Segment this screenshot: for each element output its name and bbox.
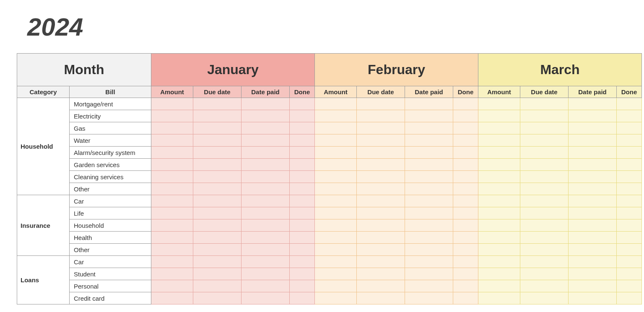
data-cell[interactable] — [617, 195, 642, 207]
data-cell[interactable] — [193, 159, 242, 171]
data-cell[interactable] — [520, 256, 569, 268]
data-cell[interactable] — [151, 171, 193, 183]
data-cell[interactable] — [405, 219, 453, 232]
data-cell[interactable] — [405, 134, 453, 147]
data-cell[interactable] — [242, 110, 290, 122]
data-cell[interactable] — [193, 122, 242, 134]
data-cell[interactable] — [569, 268, 617, 280]
data-cell[interactable] — [405, 183, 453, 195]
data-cell[interactable] — [405, 147, 453, 159]
data-cell[interactable] — [290, 183, 315, 195]
data-cell[interactable] — [151, 207, 193, 219]
data-cell[interactable] — [315, 219, 357, 232]
data-cell[interactable] — [290, 292, 315, 304]
data-cell[interactable] — [315, 122, 357, 134]
data-cell[interactable] — [478, 207, 520, 219]
data-cell[interactable] — [453, 183, 478, 195]
data-cell[interactable] — [193, 147, 242, 159]
data-cell[interactable] — [520, 147, 569, 159]
data-cell[interactable] — [242, 98, 290, 110]
data-cell[interactable] — [290, 171, 315, 183]
data-cell[interactable] — [357, 268, 405, 280]
data-cell[interactable] — [242, 292, 290, 304]
data-cell[interactable] — [242, 195, 290, 207]
data-cell[interactable] — [520, 207, 569, 219]
data-cell[interactable] — [290, 268, 315, 280]
data-cell[interactable] — [617, 280, 642, 292]
data-cell[interactable] — [315, 244, 357, 256]
data-cell[interactable] — [193, 280, 242, 292]
data-cell[interactable] — [453, 134, 478, 147]
data-cell[interactable] — [357, 232, 405, 244]
data-cell[interactable] — [290, 147, 315, 159]
data-cell[interactable] — [520, 268, 569, 280]
data-cell[interactable] — [478, 147, 520, 159]
data-cell[interactable] — [569, 219, 617, 232]
data-cell[interactable] — [405, 268, 453, 280]
data-cell[interactable] — [569, 195, 617, 207]
data-cell[interactable] — [478, 195, 520, 207]
data-cell[interactable] — [453, 280, 478, 292]
data-cell[interactable] — [405, 98, 453, 110]
data-cell[interactable] — [242, 280, 290, 292]
data-cell[interactable] — [453, 110, 478, 122]
data-cell[interactable] — [357, 256, 405, 268]
data-cell[interactable] — [478, 232, 520, 244]
data-cell[interactable] — [290, 232, 315, 244]
data-cell[interactable] — [290, 195, 315, 207]
data-cell[interactable] — [453, 122, 478, 134]
data-cell[interactable] — [193, 268, 242, 280]
data-cell[interactable] — [478, 280, 520, 292]
data-cell[interactable] — [453, 256, 478, 268]
data-cell[interactable] — [315, 110, 357, 122]
data-cell[interactable] — [405, 292, 453, 304]
data-cell[interactable] — [315, 159, 357, 171]
data-cell[interactable] — [357, 134, 405, 147]
data-cell[interactable] — [520, 219, 569, 232]
data-cell[interactable] — [520, 244, 569, 256]
data-cell[interactable] — [151, 256, 193, 268]
data-cell[interactable] — [315, 195, 357, 207]
data-cell[interactable] — [242, 159, 290, 171]
data-cell[interactable] — [193, 110, 242, 122]
data-cell[interactable] — [478, 159, 520, 171]
data-cell[interactable] — [617, 98, 642, 110]
data-cell[interactable] — [405, 195, 453, 207]
data-cell[interactable] — [151, 232, 193, 244]
data-cell[interactable] — [357, 207, 405, 219]
data-cell[interactable] — [193, 134, 242, 147]
data-cell[interactable] — [357, 171, 405, 183]
data-cell[interactable] — [453, 195, 478, 207]
data-cell[interactable] — [242, 183, 290, 195]
data-cell[interactable] — [569, 292, 617, 304]
data-cell[interactable] — [151, 122, 193, 134]
data-cell[interactable] — [193, 219, 242, 232]
data-cell[interactable] — [569, 171, 617, 183]
data-cell[interactable] — [242, 232, 290, 244]
data-cell[interactable] — [405, 171, 453, 183]
data-cell[interactable] — [242, 122, 290, 134]
data-cell[interactable] — [315, 147, 357, 159]
data-cell[interactable] — [357, 159, 405, 171]
data-cell[interactable] — [193, 195, 242, 207]
data-cell[interactable] — [357, 147, 405, 159]
data-cell[interactable] — [290, 98, 315, 110]
data-cell[interactable] — [290, 219, 315, 232]
data-cell[interactable] — [315, 268, 357, 280]
data-cell[interactable] — [242, 268, 290, 280]
data-cell[interactable] — [151, 98, 193, 110]
data-cell[interactable] — [569, 110, 617, 122]
data-cell[interactable] — [193, 256, 242, 268]
data-cell[interactable] — [242, 171, 290, 183]
data-cell[interactable] — [453, 98, 478, 110]
data-cell[interactable] — [405, 232, 453, 244]
data-cell[interactable] — [478, 268, 520, 280]
data-cell[interactable] — [193, 244, 242, 256]
data-cell[interactable] — [617, 171, 642, 183]
data-cell[interactable] — [151, 110, 193, 122]
data-cell[interactable] — [617, 159, 642, 171]
data-cell[interactable] — [242, 147, 290, 159]
data-cell[interactable] — [405, 207, 453, 219]
data-cell[interactable] — [151, 280, 193, 292]
data-cell[interactable] — [478, 134, 520, 147]
